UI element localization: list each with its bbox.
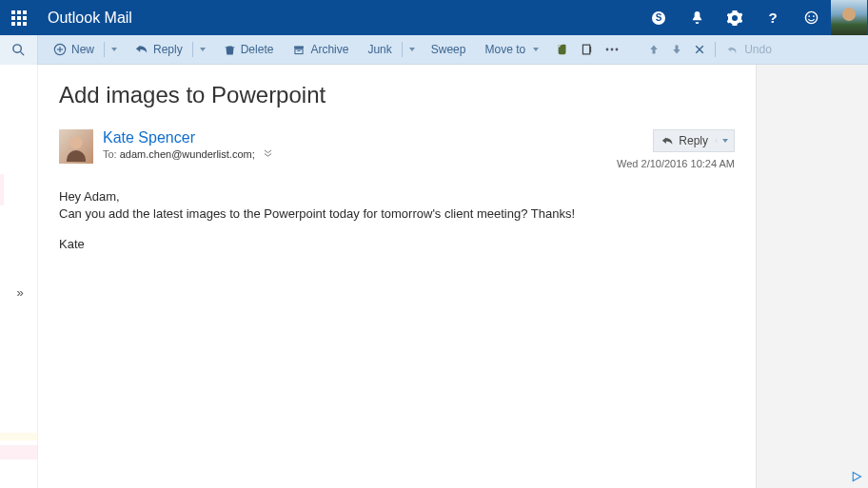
sweep-button[interactable]: Sweep <box>424 35 474 65</box>
recipients-line: To: adam.chen@wunderlist.com; <box>103 148 617 160</box>
notifications-button[interactable] <box>678 0 716 35</box>
arrow-down-icon <box>671 44 682 55</box>
undo-icon <box>727 44 740 56</box>
recipient-address[interactable]: adam.chen@wunderlist.com; <box>120 148 255 160</box>
chevron-down-icon <box>533 48 539 51</box>
feedback-button[interactable] <box>792 0 830 35</box>
new-button[interactable]: New <box>46 35 102 65</box>
trash-icon <box>224 44 236 56</box>
reading-pane: Add images to Powerpoint Kate Spencer To… <box>38 65 756 488</box>
reply-split-button[interactable]: Reply <box>653 129 735 152</box>
skype-icon: S <box>651 10 666 26</box>
svg-point-4 <box>808 15 810 17</box>
undo-button[interactable]: Undo <box>720 35 779 65</box>
close-message-button[interactable] <box>688 35 711 65</box>
command-toolbar: New Reply Delete Archive Junk Sweep Move… <box>0 35 868 65</box>
folder-rail-collapsed: » <box>0 65 38 488</box>
app-launcher-button[interactable] <box>0 0 38 35</box>
message-body: Hey Adam, Can you add the latest images … <box>59 188 735 254</box>
ellipsis-icon <box>604 47 620 52</box>
plus-circle-icon <box>53 43 67 56</box>
message-timestamp: Wed 2/10/2016 10:24 AM <box>617 158 735 169</box>
more-actions-button[interactable] <box>599 35 625 65</box>
svg-point-5 <box>812 15 814 17</box>
sweep-label: Sweep <box>431 43 466 56</box>
account-avatar[interactable] <box>830 0 868 35</box>
junk-label: Junk <box>367 43 391 56</box>
evernote-icon <box>556 43 569 56</box>
reply-options-dropdown[interactable] <box>716 139 734 143</box>
arrow-up-icon <box>648 44 660 55</box>
svg-rect-14 <box>583 45 590 54</box>
double-chevron-down-icon <box>264 149 272 158</box>
message-header: Kate Spencer To: adam.chen@wunderlist.co… <box>59 129 735 169</box>
svg-point-18 <box>616 49 619 51</box>
delete-button[interactable]: Delete <box>216 35 282 65</box>
settings-button[interactable] <box>716 0 754 35</box>
svg-text:?: ? <box>768 10 777 26</box>
chevron-down-icon <box>409 48 415 51</box>
junk-button[interactable]: Junk <box>360 35 399 65</box>
to-label: To: <box>103 148 117 160</box>
expand-recipients-button[interactable] <box>264 148 272 160</box>
svg-point-16 <box>606 49 609 51</box>
help-button[interactable]: ? <box>754 0 792 35</box>
new-label: New <box>71 43 94 56</box>
junk-dropdown[interactable] <box>404 35 420 65</box>
app-title: Outlook Mail <box>48 10 132 27</box>
chevron-down-icon <box>200 48 206 51</box>
archive-label: Archive <box>310 43 348 56</box>
moveto-button[interactable]: Move to <box>477 35 546 65</box>
top-header: Outlook Mail S ? <box>0 0 868 35</box>
ad-sidebar <box>756 65 868 488</box>
moveto-label: Move to <box>484 43 525 56</box>
reply-dropdown[interactable] <box>195 35 210 65</box>
reply-main-button[interactable]: Reply <box>654 134 716 147</box>
archive-icon <box>292 44 306 56</box>
delete-label: Delete <box>241 43 274 56</box>
message-subject: Add images to Powerpoint <box>59 82 735 108</box>
svg-rect-12 <box>295 49 303 53</box>
avatar-photo <box>831 0 867 35</box>
next-message-button[interactable] <box>665 35 688 65</box>
reply-arrow-icon <box>661 135 674 147</box>
skype-button[interactable]: S <box>640 0 678 35</box>
close-icon <box>694 44 705 55</box>
reply-button-label: Reply <box>679 134 708 147</box>
search-icon <box>11 43 26 57</box>
body-signature: Kate <box>59 236 735 253</box>
new-dropdown[interactable] <box>107 35 122 65</box>
sender-photo[interactable] <box>59 129 93 164</box>
expand-rail-button[interactable]: » <box>0 285 38 300</box>
svg-text:S: S <box>656 12 662 23</box>
svg-line-7 <box>20 51 24 55</box>
svg-point-6 <box>13 44 21 51</box>
prev-message-button[interactable] <box>642 35 665 65</box>
app-launcher-icon <box>11 10 27 26</box>
evernote-button[interactable] <box>550 35 575 65</box>
reply-label: Reply <box>153 43 183 56</box>
onenote-button[interactable] <box>575 35 599 65</box>
smile-icon <box>804 10 819 25</box>
body-line: Can you add the latest images to the Pow… <box>59 205 735 223</box>
gear-icon <box>727 10 742 26</box>
notebook-icon <box>581 43 593 56</box>
svg-point-3 <box>805 11 817 23</box>
adchoices-icon[interactable] <box>851 471 862 482</box>
body-line: Hey Adam, <box>59 188 735 205</box>
svg-point-17 <box>611 49 614 51</box>
sender-name[interactable]: Kate Spencer <box>103 129 617 146</box>
reply-arrow-icon <box>135 43 148 56</box>
reply-toolbar-button[interactable]: Reply <box>128 35 190 65</box>
svg-rect-11 <box>295 46 305 48</box>
bell-icon <box>690 10 704 25</box>
question-icon: ? <box>765 10 780 26</box>
archive-button[interactable]: Archive <box>285 35 356 65</box>
chevron-down-icon <box>722 139 728 143</box>
chevron-down-icon <box>111 48 117 51</box>
search-button[interactable] <box>0 35 38 65</box>
undo-label: Undo <box>744 43 772 56</box>
